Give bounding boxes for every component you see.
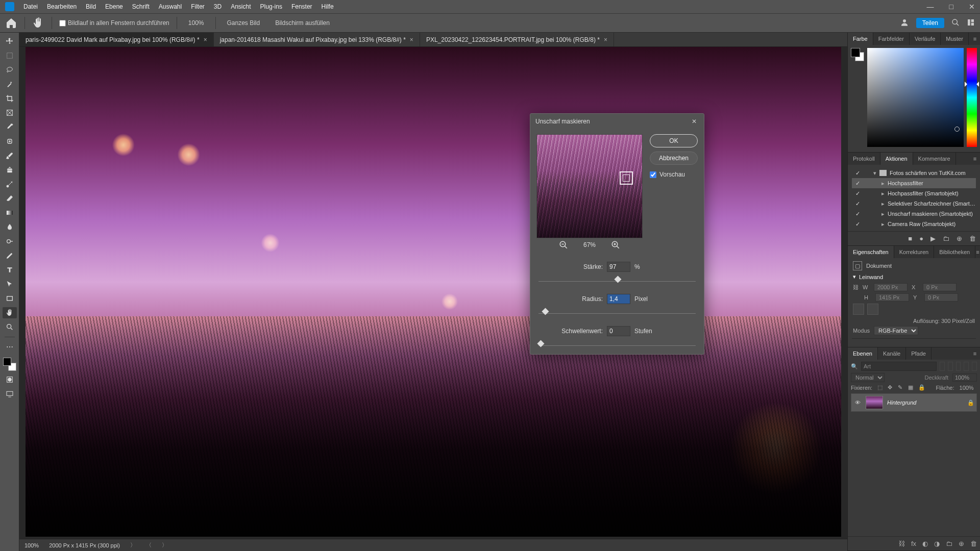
props-x-field[interactable]: 0 Px [923,283,957,291]
play-icon[interactable]: ▶ [930,235,936,242]
tab-patterns[interactable]: Muster [941,33,969,45]
quickmask-icon[interactable] [3,374,17,385]
layer-row-background[interactable]: 👁 Hintergrund 🔒 [851,393,977,412]
user-icon[interactable] [900,18,909,29]
color-field[interactable] [867,48,964,147]
new-layer-icon[interactable]: ⊕ [959,540,964,547]
eyedropper-tool[interactable] [3,121,17,133]
chevron-right-icon[interactable]: 〉 [162,541,167,549]
threshold-slider[interactable] [538,345,696,346]
check-icon[interactable]: ✓ [854,190,861,197]
layer-thumbnail[interactable] [866,396,883,409]
orientation-landscape-icon[interactable] [867,304,878,315]
tab-comments[interactable]: Kommentare [913,153,956,165]
dialog-close-button[interactable]: ✕ [690,118,699,125]
panel-menu-icon[interactable]: ≡ [970,347,980,360]
panel-fgbg-colors[interactable] [851,48,864,61]
dodge-tool[interactable] [3,236,17,247]
fill-screen-button[interactable]: Bildschirm ausfüllen [271,17,334,29]
menu-3d[interactable]: 3D [214,3,222,10]
eraser-tool[interactable] [3,193,17,204]
amount-slider[interactable] [538,281,696,282]
tab-channels[interactable]: Kanäle [878,347,906,360]
rectangle-tool[interactable] [3,293,17,304]
workspace-switcher-icon[interactable] [967,18,975,28]
layer-name[interactable]: Hintergrund [887,399,963,406]
filter-smart-icon[interactable] [972,362,977,371]
clone-stamp-tool[interactable] [3,164,17,176]
check-icon[interactable]: ✓ [854,201,861,207]
record-icon[interactable]: ● [919,235,923,242]
link-layers-icon[interactable]: ⛓ [898,540,905,547]
lock-pixels-icon[interactable]: ✎ [898,384,903,391]
share-button[interactable]: Teilen [916,18,944,28]
lock-position-icon[interactable]: ✥ [888,384,893,391]
slider-thumb-icon[interactable] [537,340,544,347]
action-row-0[interactable]: ✓▸Hochpassfilter [852,178,976,188]
menu-window[interactable]: Fenster [291,3,312,10]
move-tool[interactable] [3,36,17,47]
window-minimize-button[interactable]: — [927,3,934,11]
check-icon[interactable]: ✓ [854,180,861,187]
chevron-right-icon[interactable]: ▸ [881,190,885,197]
status-zoom[interactable]: 100% [24,542,39,548]
screenmode-icon[interactable] [3,388,17,399]
tab-adjustments[interactable]: Korrekturen [894,246,934,258]
action-row-1[interactable]: ✓▸Hochpassfilter (Smartobjekt) [852,188,976,198]
menu-layer[interactable]: Ebene [105,3,123,10]
crop-tool[interactable] [3,93,17,104]
document-tab-2[interactable]: japan-2014618 Masashi Wakui auf Pixabay.… [214,33,420,46]
document-tab-3[interactable]: PXL_20230422_122623454.PORTRAIT.jpg bei … [420,33,614,46]
dialog-titlebar[interactable]: Unscharf maskieren ✕ [530,114,704,129]
trash-icon[interactable]: 🗑 [970,540,977,547]
panel-menu-icon[interactable]: ≡ [970,153,980,165]
lasso-tool[interactable] [3,64,17,76]
chevron-right-icon[interactable]: ▸ [881,221,885,228]
frame-tool[interactable] [3,107,17,118]
preview-checkbox[interactable]: Vorschau [650,171,698,178]
lock-artboard-icon[interactable]: ▦ [908,384,913,391]
trash-icon[interactable]: 🗑 [969,235,976,242]
check-icon[interactable]: ✓ [854,221,861,228]
tab-actions[interactable]: Aktionen [880,153,913,165]
pen-tool[interactable] [3,250,17,261]
menu-file[interactable]: Datei [23,3,38,10]
scroll-all-windows-checkbox[interactable]: Bildlauf in allen Fenstern durchführen [59,19,169,27]
hand-tool-icon[interactable] [32,17,44,29]
radius-slider[interactable] [538,313,696,314]
stop-icon[interactable]: ■ [908,235,912,242]
menu-edit[interactable]: Bearbeiten [47,3,77,10]
adjustment-layer-icon[interactable]: ◑ [934,540,940,547]
filter-shape-icon[interactable] [964,362,969,371]
brush-tool[interactable] [3,150,17,161]
tab-layers[interactable]: Ebenen [848,347,878,360]
window-maximize-button[interactable]: □ [949,3,953,11]
tab-properties[interactable]: Eigenschaften [848,246,894,258]
props-w-field[interactable]: 2000 Px [874,283,908,291]
fit-screen-button[interactable]: Ganzes Bild [223,17,264,29]
tab-color[interactable]: Farbe [848,33,873,45]
path-selection-tool[interactable] [3,279,17,290]
new-set-icon[interactable]: 🗀 [943,235,949,242]
menu-type[interactable]: Schrift [132,3,150,10]
foreground-background-colors[interactable] [3,358,16,371]
tab-history[interactable]: Protokoll [848,153,880,165]
action-row-4[interactable]: ✓▸Camera Raw (Smartobjekt) [852,219,976,229]
rectangular-marquee-tool[interactable] [3,50,17,61]
panel-menu-icon[interactable]: ≡ [970,33,980,45]
more-tools-icon[interactable]: ⋯ [3,341,17,353]
tab-swatches[interactable]: Farbfelder [873,33,910,45]
tab-libraries[interactable]: Bibliotheken [934,246,975,258]
opacity-field[interactable]: 100% [952,373,977,382]
props-y-field[interactable]: 0 Px [924,293,958,302]
magic-wand-tool[interactable] [3,79,17,90]
link-icon[interactable]: ⛓ [853,284,859,290]
cancel-button[interactable]: Abbrechen [650,152,698,165]
close-icon[interactable]: × [410,36,413,43]
zoom-level[interactable]: 100% [184,18,208,28]
status-docinfo[interactable]: 2000 Px x 1415 Px (300 ppi) [49,542,120,548]
action-row-2[interactable]: ✓▸Selektiver Scharfzeichner (Smarto... [852,198,976,209]
menu-view[interactable]: Ansicht [231,3,251,10]
check-icon[interactable]: ✓ [854,211,861,217]
lock-all-icon[interactable]: ⬚ [877,384,883,391]
